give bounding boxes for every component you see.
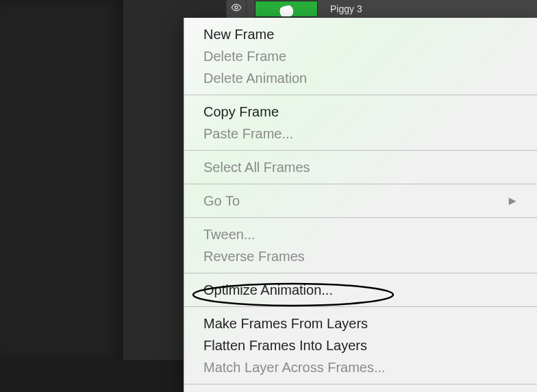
menu-item-label: Match Layer Across Frames... bbox=[203, 358, 519, 377]
menu-group-toggles: ✓ Create New Layer for Each New Frame ✓ … bbox=[184, 384, 537, 392]
menu-item-label: Tween... bbox=[203, 225, 519, 244]
timeline-context-menu: New Frame Delete Frame Delete Animation … bbox=[184, 18, 537, 392]
left-panel-dark bbox=[0, 0, 123, 360]
menu-item-label: Flatten Frames Into Layers bbox=[203, 336, 519, 355]
menu-group-optimize: Optimize Animation... bbox=[184, 273, 537, 307]
menu-group-frame-ops: New Frame Delete Frame Delete Animation bbox=[184, 18, 537, 95]
layer-thumbnail[interactable] bbox=[255, 1, 318, 17]
menu-item-label: Reverse Frames bbox=[203, 247, 519, 266]
menu-group-goto: Go To ► bbox=[184, 184, 537, 218]
menu-item-label: New Frame bbox=[203, 25, 519, 44]
eye-icon bbox=[231, 2, 242, 16]
menu-item-reverse-frames: Reverse Frames bbox=[184, 245, 537, 267]
menu-item-label: Optimize Animation... bbox=[203, 280, 519, 299]
visibility-toggle[interactable] bbox=[226, 0, 247, 18]
menu-item-label: Copy Frame bbox=[203, 102, 519, 121]
menu-item-make-frames-from-layers[interactable]: Make Frames From Layers bbox=[184, 313, 537, 334]
menu-item-select-all-frames: Select All Frames bbox=[184, 156, 537, 178]
menu-group-select: Select All Frames bbox=[184, 151, 537, 184]
menu-item-delete-frame: Delete Frame bbox=[184, 45, 537, 67]
menu-group-tween: Tween... Reverse Frames bbox=[184, 218, 537, 273]
menu-item-tween: Tween... bbox=[184, 223, 537, 245]
menu-item-new-frame[interactable]: New Frame bbox=[184, 23, 537, 45]
menu-item-label: Go To bbox=[203, 191, 506, 210]
layer-name-label: Piggy 3 bbox=[326, 3, 362, 14]
menu-item-copy-frame[interactable]: Copy Frame bbox=[184, 101, 537, 123]
menu-item-label: Delete Frame bbox=[203, 47, 519, 66]
menu-item-go-to: Go To ► bbox=[184, 190, 537, 212]
menu-item-flatten-frames-into-layers[interactable]: Flatten Frames Into Layers bbox=[184, 334, 537, 356]
menu-item-paste-frame: Paste Frame... bbox=[184, 123, 537, 145]
menu-item-label: Paste Frame... bbox=[203, 124, 519, 143]
menu-item-optimize-animation[interactable]: Optimize Animation... bbox=[184, 279, 537, 301]
menu-item-label: Make Frames From Layers bbox=[203, 314, 519, 333]
menu-item-delete-animation: Delete Animation bbox=[184, 67, 537, 89]
menu-item-label: Select All Frames bbox=[203, 158, 519, 177]
menu-item-label: Delete Animation bbox=[203, 69, 519, 88]
menu-group-layers: Make Frames From Layers Flatten Frames I… bbox=[184, 307, 537, 384]
svg-point-0 bbox=[235, 6, 238, 9]
layer-row[interactable]: Piggy 3 bbox=[226, 0, 537, 18]
menu-item-match-layer-across-frames: Match Layer Across Frames... bbox=[184, 356, 537, 378]
submenu-arrow-icon: ► bbox=[506, 191, 519, 210]
menu-group-copy-paste: Copy Frame Paste Frame... bbox=[184, 95, 537, 151]
